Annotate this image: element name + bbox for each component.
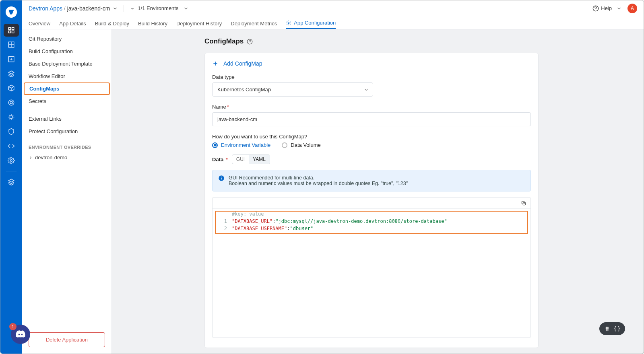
svg-point-8 bbox=[10, 101, 12, 104]
tab-app-details[interactable]: App Details bbox=[59, 21, 86, 29]
nav-apps-icon[interactable] bbox=[4, 24, 19, 37]
yaml-info-box: GUI Recommended for multi-line data. Boo… bbox=[212, 170, 531, 191]
svg-point-22 bbox=[607, 327, 608, 328]
radio-env-label: Environment Variable bbox=[221, 142, 270, 148]
add-configmap-button[interactable]: Add ConfigMap bbox=[212, 60, 531, 67]
env-filter-label: 1/1 Environments bbox=[138, 5, 178, 11]
help-icon bbox=[592, 5, 599, 12]
nav-add-icon[interactable] bbox=[4, 53, 19, 66]
svg-point-20 bbox=[606, 328, 607, 329]
subnav-configmaps[interactable]: ConfigMaps bbox=[24, 82, 110, 95]
data-mode-toggle[interactable]: GUI YAML bbox=[232, 154, 270, 164]
datatype-select-value: Kubernetes ConfigMap bbox=[212, 82, 373, 97]
tab-deployment-metrics[interactable]: Deployment Metrics bbox=[231, 21, 277, 29]
breadcrumb-sep: / bbox=[64, 5, 66, 11]
subnav-external-links[interactable]: External Links bbox=[22, 113, 111, 125]
yaml-editor[interactable]: #key: value 1"DATABASE_URL": "jdbc:mysql… bbox=[212, 197, 531, 338]
datatype-select[interactable]: Kubernetes ConfigMap bbox=[212, 82, 373, 97]
chevron-down-icon bbox=[183, 6, 189, 11]
svg-point-19 bbox=[606, 327, 607, 328]
env-override-label: devtron-demo bbox=[35, 154, 67, 161]
label-howuse: How do you want to use this ConfigMap? bbox=[212, 134, 531, 140]
chevron-right-icon bbox=[29, 156, 33, 160]
dev-tools-pill[interactable] bbox=[599, 322, 625, 335]
chevron-down-icon[interactable] bbox=[112, 6, 118, 11]
devtron-logo[interactable] bbox=[5, 6, 17, 18]
subnav-secrets[interactable]: Secrets bbox=[22, 95, 111, 107]
drag-icon bbox=[604, 325, 611, 332]
svg-rect-16 bbox=[221, 177, 221, 177]
svg-point-12 bbox=[288, 22, 289, 24]
label-name: Name* bbox=[212, 104, 531, 110]
svg-rect-15 bbox=[221, 178, 221, 180]
tab-build-history[interactable]: Build History bbox=[138, 21, 167, 29]
code-hint: #key: value bbox=[215, 210, 528, 218]
nav-cube-icon[interactable] bbox=[4, 82, 19, 95]
nav-code-icon[interactable] bbox=[4, 140, 19, 152]
nav-gear-icon[interactable] bbox=[4, 154, 19, 167]
radio-environment-variable[interactable]: Environment Variable bbox=[212, 142, 270, 148]
tab-app-configuration-label: App Configuration bbox=[294, 20, 336, 26]
add-configmap-label: Add ConfigMap bbox=[223, 60, 262, 67]
seg-yaml[interactable]: YAML bbox=[249, 155, 270, 164]
plus-icon bbox=[212, 60, 219, 67]
code-line: 1"DATABASE_URL": "jdbc:mysql//java-devtr… bbox=[215, 218, 528, 225]
info-icon bbox=[218, 175, 225, 181]
configmap-form: Add ConfigMap Data type Kubernetes Confi… bbox=[204, 53, 539, 348]
info-line2: Boolean and numeric values must be wrapp… bbox=[229, 181, 408, 186]
help-menu[interactable]: Help bbox=[592, 5, 622, 12]
code-area[interactable]: #key: value 1"DATABASE_URL": "jdbc:mysql… bbox=[215, 210, 528, 336]
label-data: Data bbox=[212, 156, 223, 163]
delete-application-button[interactable]: Delete Application bbox=[29, 332, 105, 347]
tab-app-configuration[interactable]: App Configuration bbox=[286, 20, 336, 29]
help-icon[interactable] bbox=[247, 39, 253, 45]
help-label: Help bbox=[601, 5, 612, 11]
gear-icon bbox=[286, 20, 291, 26]
app-header: Devtron Apps / java-backend-cm 1/1 Envir… bbox=[22, 0, 644, 29]
svg-rect-4 bbox=[12, 31, 14, 33]
nav-shield-icon[interactable] bbox=[4, 125, 19, 138]
nav-grid-icon[interactable] bbox=[4, 38, 19, 51]
discord-button[interactable]: 1 bbox=[11, 325, 30, 344]
tab-deployment-history[interactable]: Deployment History bbox=[176, 21, 222, 29]
env-override-item[interactable]: devtron-demo bbox=[22, 152, 111, 163]
radio-data-volume[interactable]: Data Volume bbox=[282, 142, 320, 148]
discord-icon bbox=[15, 329, 26, 340]
config-subnav: Git Repository Build Configuration Base … bbox=[22, 29, 112, 354]
chevron-down-icon bbox=[363, 87, 369, 93]
svg-point-21 bbox=[606, 329, 607, 330]
nav-target-icon[interactable] bbox=[4, 96, 19, 109]
subnav-build-configuration[interactable]: Build Configuration bbox=[22, 45, 111, 58]
main-panel: ConfigMaps Add ConfigMap Data type Kuber… bbox=[112, 29, 644, 354]
subnav-protect-configuration[interactable]: Protect Configuration bbox=[22, 125, 111, 138]
page-title: ConfigMaps bbox=[204, 37, 539, 45]
code-line: 2"DATABASE_USERNAME": "dbuser" bbox=[215, 225, 528, 232]
svg-rect-1 bbox=[8, 27, 10, 29]
data-row: Data * GUI YAML bbox=[212, 154, 531, 164]
avatar[interactable]: A bbox=[627, 4, 637, 13]
chevron-down-icon bbox=[616, 6, 622, 11]
subnav-git-repository[interactable]: Git Repository bbox=[22, 33, 111, 45]
svg-point-24 bbox=[607, 329, 608, 330]
breadcrumb-root[interactable]: Devtron Apps bbox=[29, 5, 62, 12]
braces-icon bbox=[614, 325, 620, 332]
subnav-base-deployment-template[interactable]: Base Deployment Template bbox=[22, 58, 111, 70]
env-filter[interactable]: 1/1 Environments bbox=[130, 5, 189, 11]
nav-stack-icon[interactable] bbox=[4, 67, 19, 80]
discord-badge: 1 bbox=[9, 323, 17, 330]
left-nav-rail bbox=[0, 0, 22, 354]
subnav-workflow-editor[interactable]: Workflow Editor bbox=[22, 70, 111, 82]
svg-point-23 bbox=[607, 328, 608, 329]
copy-icon[interactable] bbox=[521, 200, 526, 206]
breadcrumb-app[interactable]: java-backend-cm bbox=[67, 5, 110, 12]
env-overrides-heading: ENVIRONMENT OVERRIDES bbox=[22, 139, 111, 152]
tab-overview[interactable]: Overview bbox=[29, 21, 50, 29]
nav-helm-icon[interactable] bbox=[4, 111, 19, 123]
svg-rect-2 bbox=[12, 27, 14, 29]
seg-gui[interactable]: GUI bbox=[232, 155, 249, 164]
label-datatype: Data type bbox=[212, 74, 531, 80]
nav-layers-icon[interactable] bbox=[4, 175, 19, 188]
info-line1: GUI Recommended for multi-line data. bbox=[229, 175, 408, 181]
name-input[interactable] bbox=[212, 112, 531, 126]
tab-build-deploy[interactable]: Build & Deploy bbox=[95, 21, 129, 29]
